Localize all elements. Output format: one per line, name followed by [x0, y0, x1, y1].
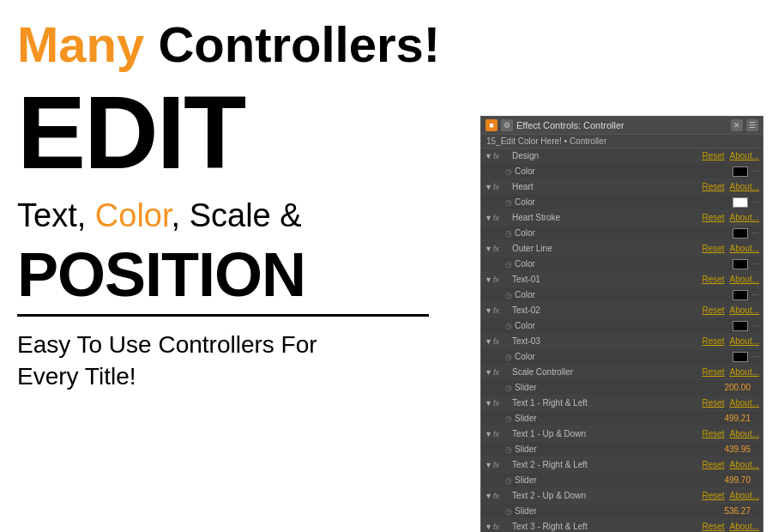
toggle-text2-rl[interactable]: ▼: [485, 461, 493, 469]
about-text03[interactable]: About...: [730, 336, 759, 346]
toggle-outer-line[interactable]: ▼: [485, 245, 493, 253]
label-text1-ud-slider: Slider: [515, 444, 724, 454]
about-text1-rl[interactable]: About...: [730, 398, 759, 408]
effect-row-text03-color: ◷ Color ⋯: [481, 349, 763, 365]
label-text2-rl: Text 2 - Right & Left: [512, 460, 702, 469]
swatch-design[interactable]: [733, 166, 748, 177]
toggle-text02[interactable]: ▼: [485, 306, 493, 315]
reset-scale[interactable]: Reset: [702, 367, 724, 377]
edit-text: EDIT: [17, 81, 463, 184]
fx-text01: fx: [493, 275, 512, 284]
label-scale-slider: Slider: [515, 383, 724, 392]
reset-heart-stroke[interactable]: Reset: [702, 213, 724, 222]
label-design-color: Color: [515, 166, 733, 176]
reset-text1-rl[interactable]: Reset: [702, 398, 724, 408]
swatch-text02[interactable]: [733, 321, 748, 331]
swatch-text03[interactable]: [733, 352, 748, 362]
effect-row-text2-ud: ▼ fx Text 2 - Up & Down Reset About...: [481, 488, 763, 504]
fx-heart-stroke: fx: [493, 214, 512, 222]
about-text1-ud[interactable]: About...: [730, 429, 759, 438]
effect-row-scale: ▼ fx Scale Controller Reset About...: [481, 365, 763, 380]
swatch-icon: ⋯: [751, 167, 759, 176]
clock-icon: ◷: [505, 229, 512, 238]
panel-icon-2[interactable]: ⚙: [501, 119, 513, 131]
effect-row-outer-line: ▼ fx Outer Line Reset About...: [481, 241, 763, 257]
clock-icon: ◷: [505, 476, 512, 485]
effect-row-text1-ud-slider: ◷ Slider 439.95: [481, 442, 763, 457]
swatch-text01[interactable]: [733, 290, 748, 300]
toggle-design[interactable]: ▼: [485, 152, 493, 160]
about-text2-rl[interactable]: About...: [730, 460, 759, 469]
reset-text03[interactable]: Reset: [702, 336, 724, 346]
clock-icon: ◷: [505, 384, 512, 392]
label-text01: Text-01: [512, 275, 702, 284]
swatch-icon: ⋯: [751, 353, 759, 361]
about-text02[interactable]: About...: [730, 305, 759, 315]
description-line2: Every Title!: [17, 361, 463, 392]
swatch-heart-stroke[interactable]: [733, 228, 748, 239]
reset-text3-rl[interactable]: Reset: [702, 522, 724, 531]
fx-heart: fx: [493, 183, 512, 191]
reset-text2-ud[interactable]: Reset: [702, 491, 724, 500]
swatch-icon: ⋯: [751, 291, 759, 299]
about-outer-line[interactable]: About...: [730, 244, 759, 253]
toggle-text2-ud[interactable]: ▼: [485, 492, 493, 500]
toggle-text01[interactable]: ▼: [485, 275, 493, 284]
effect-row-design-color: ◷ Color ⋯: [481, 164, 763, 179]
toggle-heart[interactable]: ▼: [485, 183, 493, 191]
label-text1-rl: Text 1 - Right & Left: [512, 398, 702, 408]
effect-row-text01-color: ◷ Color ⋯: [481, 287, 763, 303]
about-heart-stroke[interactable]: About...: [730, 213, 759, 222]
panel-menu-icon[interactable]: ☰: [746, 119, 758, 131]
subtitle-text2: , Scale &: [172, 197, 302, 233]
reset-text02[interactable]: Reset: [702, 305, 724, 315]
label-text2-ud: Text 2 - Up & Down: [512, 491, 702, 500]
label-text02-color: Color: [515, 321, 733, 330]
effect-row-scale-slider: ◷ Slider 200.00: [481, 380, 763, 396]
toggle-heart-stroke[interactable]: ▼: [485, 214, 493, 222]
panel-close-icon[interactable]: ✕: [731, 119, 743, 131]
panel-header: ■ ⚙ Effect Controls: Controller ✕ ☰: [481, 117, 763, 135]
clock-icon: ◷: [505, 198, 512, 207]
effect-row-heart: ▼ fx Heart Reset About...: [481, 179, 763, 195]
effect-row-text1-rl-slider: ◷ Slider 499.21: [481, 411, 763, 426]
about-design[interactable]: About...: [730, 151, 759, 160]
about-scale[interactable]: About...: [730, 367, 759, 377]
toggle-scale[interactable]: ▼: [485, 368, 493, 377]
reset-text01[interactable]: Reset: [702, 275, 724, 284]
effect-row-text02-color: ◷ Color ⋯: [481, 318, 763, 334]
effect-row-text3-rl: ▼ fx Text 3 - Right & Left Reset About..…: [481, 519, 763, 532]
effect-row-text01: ▼ fx Text-01 Reset About...: [481, 272, 763, 287]
toggle-text03[interactable]: ▼: [485, 337, 493, 346]
fx-outer-line: fx: [493, 245, 512, 253]
reset-outer-line[interactable]: Reset: [702, 244, 724, 253]
label-text2-rl-slider: Slider: [515, 475, 724, 485]
swatch-outer-line[interactable]: [733, 259, 748, 269]
panel-icon-1[interactable]: ■: [486, 119, 498, 131]
reset-heart[interactable]: Reset: [702, 182, 724, 191]
headline-controllers-text: Controllers!: [158, 16, 440, 72]
subtitle: Text, Color, Scale &: [17, 196, 463, 236]
fx-text1-ud: fx: [493, 430, 512, 438]
clock-icon: ◷: [505, 322, 512, 330]
label-text02: Text-02: [512, 305, 702, 315]
reset-text2-rl[interactable]: Reset: [702, 460, 724, 469]
left-panel: Many Controllers! EDIT Text, Color, Scal…: [17, 17, 463, 392]
about-text01[interactable]: About...: [730, 275, 759, 284]
toggle-text3-rl[interactable]: ▼: [485, 523, 493, 531]
toggle-text1-rl[interactable]: ▼: [485, 399, 493, 408]
about-text2-ud[interactable]: About...: [730, 491, 759, 500]
swatch-heart[interactable]: [733, 197, 748, 208]
reset-text1-ud[interactable]: Reset: [702, 429, 724, 438]
label-scale: Scale Controller: [512, 367, 702, 377]
reset-design[interactable]: Reset: [702, 151, 724, 160]
about-text3-rl[interactable]: About...: [730, 522, 759, 531]
fx-text2-ud: fx: [493, 492, 512, 500]
effect-row-design: ▼ fx Design Reset About...: [481, 148, 763, 164]
fx-scale: fx: [493, 368, 512, 377]
value-text1-ud: 439.95: [724, 444, 751, 454]
about-heart[interactable]: About...: [730, 182, 759, 191]
toggle-text1-ud[interactable]: ▼: [485, 430, 493, 438]
effect-panel: ■ ⚙ Effect Controls: Controller ✕ ☰ 15_E…: [480, 116, 763, 532]
label-text1-ud: Text 1 - Up & Down: [512, 429, 702, 438]
